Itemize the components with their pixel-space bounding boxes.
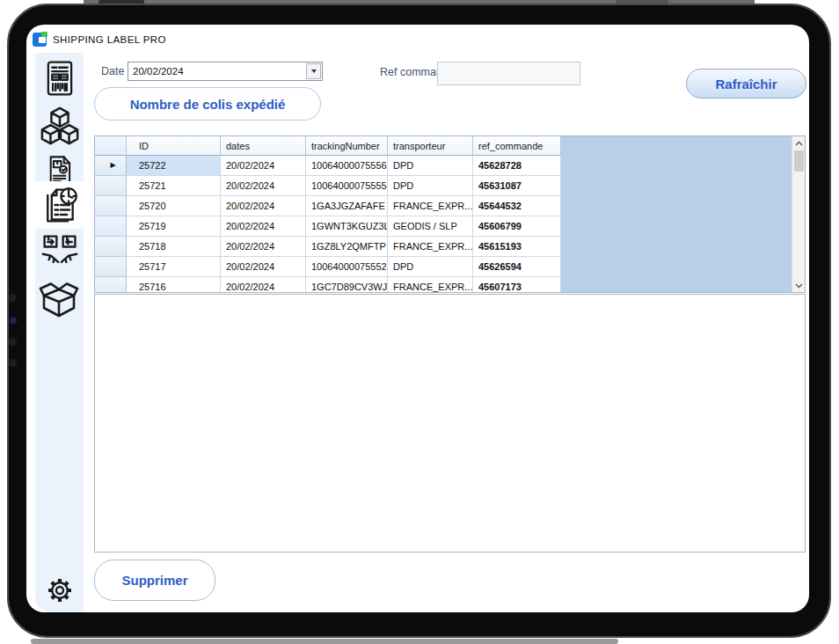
grid-cells: IDdatestrackingNumbertransporteurref_com… — [95, 136, 561, 293]
cell-ref_commande[interactable]: 45607173 — [473, 277, 561, 293]
cell-ID[interactable]: 25716 — [127, 277, 221, 293]
table-row[interactable]: 2571920/02/20241GWNT3KGUZ3LGEODIS / SLP4… — [95, 216, 561, 237]
cell-ref_commande[interactable]: 45606799 — [473, 216, 561, 237]
sidebar-item-settings[interactable] — [35, 570, 84, 611]
sidebar-item-packages[interactable] — [35, 104, 84, 150]
date-label: Date — [101, 65, 124, 77]
sidebar-nav — [35, 53, 84, 612]
combobox-dropdown-button[interactable] — [306, 63, 321, 79]
cell-trackingNumber[interactable]: 1GWNT3KGUZ3L — [306, 216, 388, 237]
table-row[interactable]: 2571820/02/20241GZ8LY2QMFTPFRANCE_EXPR..… — [95, 237, 561, 257]
row-header[interactable] — [95, 237, 127, 257]
shipping-label-icon — [41, 58, 78, 99]
cell-ref_commande[interactable]: 45615193 — [473, 237, 561, 257]
cell-ID[interactable]: 25721 — [127, 176, 221, 196]
app-logo-notch — [39, 37, 46, 43]
tablet-device: SHIPPING LABEL PRO — [0, 0, 839, 644]
cell-ID[interactable]: 25719 — [127, 216, 221, 237]
app-logo-accent — [41, 32, 47, 37]
cell-ref_commande[interactable]: 45628728 — [473, 156, 561, 176]
grid-header-row: IDdatestrackingNumbertransporteurref_com… — [95, 136, 561, 156]
package-exchange-icon — [40, 231, 79, 272]
row-header[interactable]: ▶ — [95, 156, 127, 176]
cell-ID[interactable]: 25718 — [127, 237, 221, 257]
date-combobox[interactable]: 20/02/2024 — [128, 62, 323, 81]
table-row[interactable]: 2572120/02/202410064000075555DPD45631087 — [95, 176, 561, 196]
scrollbar-thumb[interactable] — [794, 150, 804, 172]
grid-body: ▶2572220/02/202410064000075556DPD4562872… — [95, 156, 561, 293]
refresh-button[interactable]: Rafraîchir — [686, 69, 806, 99]
cell-ID[interactable]: 25722 — [127, 156, 221, 176]
open-box-icon — [39, 276, 81, 318]
cell-ID[interactable]: 25720 — [127, 196, 221, 216]
cell-ref_commande[interactable]: 45631087 — [473, 176, 561, 196]
column-header-transporteur[interactable]: transporteur — [388, 136, 473, 156]
cell-dates[interactable]: 20/02/2024 — [221, 216, 306, 237]
column-header-dates[interactable]: dates — [221, 136, 306, 156]
cell-dates[interactable]: 20/02/2024 — [221, 237, 306, 257]
current-row-indicator: ▶ — [110, 162, 115, 169]
cell-transporteur[interactable]: DPD — [388, 156, 473, 176]
cell-trackingNumber[interactable]: 1GA3JGZAFAFE — [306, 196, 388, 216]
device-bottom-edge — [31, 639, 618, 644]
cell-dates[interactable]: 20/02/2024 — [221, 257, 306, 277]
scroll-up-button[interactable] — [792, 136, 806, 150]
sidebar-item-open-box[interactable] — [35, 274, 84, 320]
chevron-down-icon — [795, 283, 803, 289]
chevron-up-icon — [795, 141, 803, 146]
cell-transporteur[interactable]: DPD — [388, 257, 473, 277]
table-row[interactable]: ▶2572220/02/202410064000075556DPD4562872… — [95, 156, 561, 176]
cell-dates[interactable]: 20/02/2024 — [221, 176, 306, 196]
table-row[interactable]: 2572020/02/20241GA3JGZAFAFEFRANCE_EXPR..… — [95, 196, 561, 216]
table-row[interactable]: 2571620/02/20241GC7D89CV3WJFRANCE_EXPR..… — [95, 277, 561, 293]
grid-vertical-scrollbar[interactable] — [792, 136, 805, 292]
window-title: SHIPPING LABEL PRO — [53, 34, 166, 45]
cell-transporteur[interactable]: FRANCE_EXPR... — [388, 237, 473, 257]
sidebar-item-shipping-label[interactable] — [35, 56, 84, 100]
row-header[interactable] — [95, 176, 127, 196]
cell-trackingNumber[interactable]: 10064000075556 — [306, 156, 388, 176]
cell-trackingNumber[interactable]: 10064000075552 — [306, 257, 388, 277]
row-header[interactable] — [95, 196, 127, 216]
column-header-trackingNumber[interactable]: trackingNumber — [306, 136, 388, 156]
cell-dates[interactable]: 20/02/2024 — [221, 156, 306, 176]
table-row[interactable]: 2571720/02/202410064000075552DPD45626594 — [95, 257, 561, 277]
cell-transporteur[interactable]: FRANCE_EXPR... — [388, 277, 473, 293]
ref-commande-input[interactable] — [437, 62, 580, 85]
device-side-button — [9, 338, 17, 346]
device-side-button — [9, 294, 17, 302]
sidebar-item-package-exchange[interactable] — [35, 229, 84, 274]
device-side-sensor — [10, 317, 17, 324]
cell-transporteur[interactable]: GEODIS / SLP — [388, 216, 473, 237]
device-side-button — [9, 359, 17, 367]
row-header[interactable] — [95, 216, 127, 237]
cell-trackingNumber[interactable]: 1GC7D89CV3WJ — [306, 277, 388, 293]
settings-gear-icon — [42, 573, 77, 608]
chevron-down-icon — [311, 70, 317, 73]
column-header-ref_commande[interactable]: ref_commande — [473, 136, 561, 156]
date-combobox-value: 20/02/2024 — [128, 66, 306, 77]
parcel-count-button[interactable]: Nombre de colis expédié — [94, 87, 321, 121]
cell-transporteur[interactable]: FRANCE_EXPR... — [388, 196, 473, 216]
cell-dates[interactable]: 20/02/2024 — [221, 277, 306, 293]
sidebar-item-history[interactable] — [35, 181, 84, 229]
shipments-grid[interactable]: IDdatestrackingNumbertransporteurref_com… — [94, 135, 806, 293]
cell-ref_commande[interactable]: 45644532 — [473, 196, 561, 216]
row-header[interactable] — [95, 277, 127, 293]
detail-list-panel[interactable] — [94, 294, 806, 553]
history-document-clock-icon — [40, 185, 79, 225]
cell-ID[interactable]: 25717 — [127, 257, 221, 277]
cell-transporteur[interactable]: DPD — [388, 176, 473, 196]
cell-dates[interactable]: 20/02/2024 — [221, 196, 306, 216]
cell-trackingNumber[interactable]: 1GZ8LY2QMFTP — [306, 237, 388, 257]
app-logo — [33, 33, 47, 47]
grid-corner-header[interactable] — [95, 136, 127, 156]
app-window: SHIPPING LABEL PRO — [26, 25, 809, 612]
column-header-ID[interactable]: ID — [127, 136, 221, 156]
cell-ref_commande[interactable]: 45626594 — [473, 257, 561, 277]
delete-button[interactable]: Supprimer — [94, 560, 215, 601]
packages-cubes-icon — [40, 106, 80, 148]
row-header[interactable] — [95, 257, 127, 277]
cell-trackingNumber[interactable]: 10064000075555 — [306, 176, 388, 196]
scroll-down-button[interactable] — [792, 279, 806, 292]
